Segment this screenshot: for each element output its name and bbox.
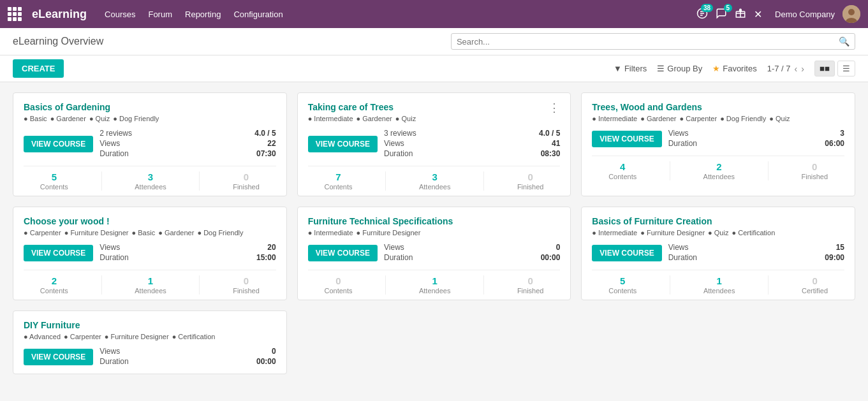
page-title: eLearning Overview [13,36,103,47]
view-course-button[interactable]: VIEW COURSE [24,136,93,152]
view-course-button[interactable]: VIEW COURSE [592,245,661,261]
attendees-stat[interactable]: 1 Attendees [419,275,451,295]
card-footer: 4 Contents 2 Attendees 0 Finished [592,156,844,186]
duration-value: 15:00 [256,253,276,262]
avatar[interactable] [842,5,860,23]
main-area: Basics of Gardening ● Basic ● Gardener ●… [0,82,868,384]
course-card: Trees, Wood and Gardens ● Intermediate ●… [581,92,855,196]
controls-bar: CREATE ▼ Filters ☰ Group By ★ Favorites … [0,55,868,82]
views-label: Views [668,243,689,252]
favorites-button[interactable]: ★ Favorites [712,64,756,73]
menu-reporting[interactable]: Reporting [185,10,221,19]
chat-icon[interactable]: 5 [716,8,727,21]
tag: ● Basic [24,115,47,122]
finished-stat[interactable]: 0 Finished [802,161,828,180]
course-card: Basics of Furniture Creation ● Intermedi… [581,207,855,300]
contents-stat[interactable]: 5 Contents [40,171,68,191]
star-icon: ★ [712,64,720,73]
card-tags: ● Intermediate ● Furniture Designer [308,229,453,237]
card-title[interactable]: DIY Furniture [24,320,216,330]
attendees-count: 1 [703,275,735,286]
views-label: Views [668,129,689,138]
attendees-stat[interactable]: 3 Attendees [135,171,166,191]
close-icon[interactable]: ✕ [754,8,762,20]
attendees-stat[interactable]: 1 Attendees [703,275,735,295]
view-course-button[interactable]: VIEW COURSE [592,131,661,147]
views-label: Views [99,139,120,148]
view-course-button[interactable]: VIEW COURSE [24,349,93,365]
attendees-count: 1 [135,275,166,286]
pagination: 1-7 / 7 ‹ › [767,64,804,74]
contents-stat[interactable]: 0 Contents [325,275,353,295]
list-view-button[interactable]: ☰ [837,61,855,77]
create-button[interactable]: CREATE [13,59,64,78]
contents-label: Contents [608,173,636,180]
search-bar[interactable]: 🔍 [451,33,855,50]
finished-stat[interactable]: 0 Finished [517,275,544,295]
contents-stat[interactable]: 4 Contents [608,161,636,180]
menu-configuration[interactable]: Configuration [233,10,283,19]
contents-stat[interactable]: 2 Contents [40,275,68,295]
attendees-stat[interactable]: 2 Attendees [703,161,735,180]
card-body: VIEW COURSE Views0 Duration00:00 [24,347,276,367]
contents-count: 2 [40,275,68,286]
finished-label: Finished [233,287,260,295]
finished-stat[interactable]: 0 Finished [233,275,260,295]
gift-icon[interactable] [735,8,746,21]
card-footer: 7 Contents 3 Attendees 0 Finished [308,166,561,196]
finished-count: 0 [233,275,260,286]
finished-count: 0 [517,275,544,286]
views-value: 3 [840,129,844,138]
card-title[interactable]: Basics of Furniture Creation [592,216,776,226]
view-course-button[interactable]: VIEW COURSE [308,136,378,152]
card-title[interactable]: Furniture Technical Specifications [308,216,453,226]
finished-stat[interactable]: 0 Certified [802,275,828,295]
card-title[interactable]: Choose your wood ! [24,216,245,226]
duration-label: Duration [384,149,413,158]
attendees-stat[interactable]: 3 Attendees [419,171,451,191]
menu-courses[interactable]: Courses [105,10,135,19]
contents-stat[interactable]: 5 Contents [608,275,636,295]
tag: ● Intermediate [308,115,353,122]
messages-icon[interactable]: 38 [696,8,708,21]
card-header: Furniture Technical Specifications ● Int… [308,216,561,237]
card-tags: ● Intermediate ● Furniture Designer ● Qu… [592,229,776,237]
card-menu-button[interactable]: ⋮ [548,102,560,113]
finished-stat[interactable]: 0 Finished [233,171,260,191]
attendees-count: 3 [419,171,451,182]
duration-label: Duration [99,253,128,262]
filters-button[interactable]: ▼ Filters [614,64,647,73]
attendees-label: Attendees [703,173,735,180]
contents-stat[interactable]: 7 Contents [325,171,353,191]
finished-stat[interactable]: 0 Finished [517,171,544,191]
groupby-button[interactable]: ☰ Group By [657,64,702,73]
search-input[interactable] [457,37,839,47]
card-body: VIEW COURSE Views15 Duration09:00 [592,243,844,263]
prev-page-button[interactable]: ‹ [795,64,798,74]
tag: ● Gardener [640,115,676,122]
tag: ● Furniture Designer [105,333,169,340]
grid-view-button[interactable]: ■■ [814,61,835,77]
card-footer: 0 Contents 1 Attendees 0 Finished [308,270,561,300]
card-title[interactable]: Trees, Wood and Gardens [592,102,791,112]
finished-count: 0 [802,161,828,172]
view-course-button[interactable]: VIEW COURSE [308,245,378,261]
svg-point-3 [848,9,855,15]
duration-label: Duration [99,149,128,158]
views-label: Views [99,347,120,356]
menu-forum[interactable]: Forum [148,10,172,19]
card-body: VIEW COURSE Views20 Duration15:00 [24,243,276,263]
duration-label: Duration [99,357,128,366]
tag: ● Carpenter [679,115,717,122]
tag: ● Dog Friendly [197,229,243,237]
view-course-button[interactable]: VIEW COURSE [24,245,93,261]
card-title[interactable]: Basics of Gardening [24,102,160,112]
next-page-button[interactable]: › [801,64,804,74]
brand-name: eLearning [32,8,87,21]
apps-grid-icon[interactable] [8,7,22,21]
card-stats: Views0 Duration00:00 [99,347,276,367]
card-title[interactable]: Taking care of Trees [308,102,417,112]
attendees-stat[interactable]: 1 Attendees [135,275,166,295]
tag: ● Basic [132,229,156,237]
duration-value: 09:00 [825,253,844,262]
